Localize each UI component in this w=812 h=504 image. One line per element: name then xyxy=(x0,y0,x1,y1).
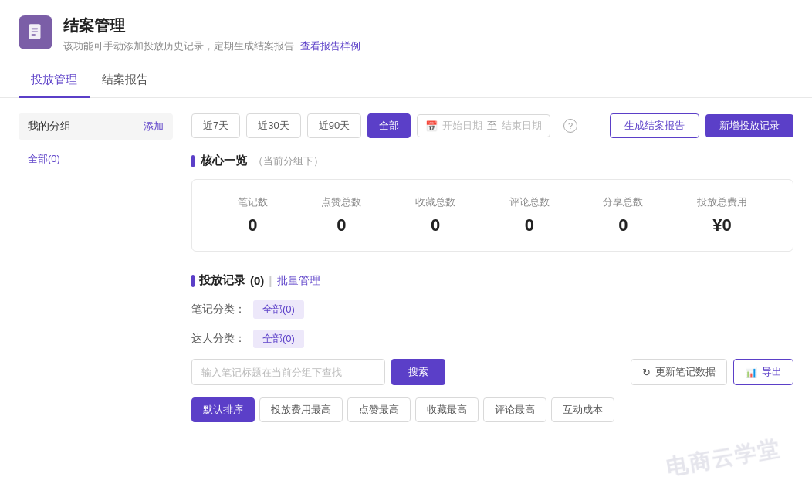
filter-7days[interactable]: 近7天 xyxy=(191,113,240,138)
view-sample-link[interactable]: 查看报告样例 xyxy=(300,40,360,52)
stat-comments: 评论总数 0 xyxy=(509,195,550,235)
sidebar-add-button[interactable]: 添加 xyxy=(144,120,164,134)
note-category-label: 笔记分类： xyxy=(191,303,245,316)
filter-divider xyxy=(557,116,557,136)
stat-shares-label: 分享总数 xyxy=(603,195,643,209)
stat-comments-value: 0 xyxy=(525,215,534,235)
stat-favorites: 收藏总数 0 xyxy=(415,195,455,235)
note-category-row: 笔记分类： 全部(0) xyxy=(191,300,793,319)
sort-comments-highest[interactable]: 评论最高 xyxy=(483,397,546,422)
search-button[interactable]: 搜索 xyxy=(391,359,445,385)
stat-comments-label: 评论总数 xyxy=(509,195,550,209)
page-icon xyxy=(19,15,52,49)
page-title: 结案管理 xyxy=(63,15,360,36)
filter-30days[interactable]: 近30天 xyxy=(246,113,300,138)
stat-likes-label: 点赞总数 xyxy=(321,195,361,209)
svg-rect-2 xyxy=(32,31,39,32)
sort-interaction-cost[interactable]: 互动成本 xyxy=(551,397,614,422)
generate-report-button[interactable]: 生成结案报告 xyxy=(610,113,699,138)
search-spacer xyxy=(452,359,625,385)
search-row: 搜索 ↻ 更新笔记数据 📊 导出 xyxy=(191,359,793,385)
new-record-button[interactable]: 新增投放记录 xyxy=(705,114,793,137)
note-category-tag-all[interactable]: 全部(0) xyxy=(253,300,304,319)
sort-cost-highest[interactable]: 投放费用最高 xyxy=(259,397,343,422)
stat-shares-value: 0 xyxy=(618,215,628,235)
end-date-placeholder: 结束日期 xyxy=(502,119,542,133)
sort-favorites-highest[interactable]: 收藏最高 xyxy=(415,397,479,422)
sidebar-group-label: 我的分组 xyxy=(28,120,71,134)
sidebar-item-all[interactable]: 全部(0) xyxy=(19,146,173,172)
main-content: 我的分组 添加 全部(0) 近7天 近30天 近90天 全部 📅 开始日期 至 … xyxy=(0,98,812,453)
stat-cost-value: ¥0 xyxy=(712,215,731,235)
stat-cost-label: 投放总费用 xyxy=(697,195,747,209)
sort-likes-highest[interactable]: 点赞最高 xyxy=(347,397,411,422)
filter-bar: 近7天 近30天 近90天 全部 📅 开始日期 至 结束日期 ? 生成结案报告 … xyxy=(191,113,793,138)
stats-card: 笔记数 0 点赞总数 0 收藏总数 0 评论总数 0 分享总数 0 投放总费用 … xyxy=(191,179,793,252)
stats-subtitle: （当前分组下） xyxy=(253,154,323,168)
tab-nav: 投放管理 结案报告 xyxy=(0,63,812,98)
sidebar: 我的分组 添加 全部(0) xyxy=(19,113,173,438)
svg-rect-3 xyxy=(32,34,36,36)
header-text: 结案管理 该功能可手动添加投放历史记录，定期生成结案报告 查看报告样例 xyxy=(63,15,360,53)
tab-put-management[interactable]: 投放管理 xyxy=(19,63,90,98)
export-button[interactable]: 📊 导出 xyxy=(733,359,793,385)
stat-cost: 投放总费用 ¥0 xyxy=(697,195,747,235)
filter-90days[interactable]: 近90天 xyxy=(307,113,361,138)
kol-category-label: 达人分类： xyxy=(191,332,245,346)
calendar-icon: 📅 xyxy=(425,120,438,132)
batch-manage-link[interactable]: 批量管理 xyxy=(277,274,320,288)
right-panel: 近7天 近30天 近90天 全部 📅 开始日期 至 结束日期 ? 生成结案报告 … xyxy=(191,113,793,438)
kol-category-tag-all[interactable]: 全部(0) xyxy=(253,330,304,348)
start-date-placeholder: 开始日期 xyxy=(442,119,482,133)
records-section: 投放记录 (0) | 批量管理 笔记分类： 全部(0) 达人分类： 全部(0) … xyxy=(191,273,793,422)
svg-rect-1 xyxy=(32,29,39,30)
records-title: 投放记录 (0) | 批量管理 xyxy=(191,273,793,288)
sort-default[interactable]: 默认排序 xyxy=(191,397,255,422)
export-icon: 📊 xyxy=(745,367,757,378)
stat-notes-value: 0 xyxy=(248,215,257,235)
page-header: 结案管理 该功能可手动添加投放历史记录，定期生成结案报告 查看报告样例 xyxy=(0,0,812,63)
page-desc: 该功能可手动添加投放历史记录，定期生成结案报告 查看报告样例 xyxy=(63,39,360,53)
kol-category-row: 达人分类： 全部(0) xyxy=(191,330,793,348)
records-title-bar-accent xyxy=(191,275,195,287)
filter-all[interactable]: 全部 xyxy=(367,113,411,138)
stat-favorites-label: 收藏总数 xyxy=(415,195,455,209)
stat-shares: 分享总数 0 xyxy=(603,195,643,235)
search-input[interactable] xyxy=(191,359,385,385)
title-bar-accent xyxy=(191,155,195,167)
refresh-button[interactable]: ↻ 更新笔记数据 xyxy=(631,359,727,385)
stat-likes-value: 0 xyxy=(337,215,346,235)
stats-section-title: 核心一览 （当前分组下） xyxy=(191,154,793,168)
sort-bar: 默认排序 投放费用最高 点赞最高 收藏最高 评论最高 互动成本 xyxy=(191,397,793,422)
stat-notes: 笔记数 0 xyxy=(238,195,268,235)
document-icon xyxy=(25,22,46,42)
help-icon[interactable]: ? xyxy=(563,119,577,133)
sidebar-group-header: 我的分组 添加 xyxy=(19,113,173,140)
stat-notes-label: 笔记数 xyxy=(238,195,268,209)
stat-favorites-value: 0 xyxy=(431,215,440,235)
tab-case-report[interactable]: 结案报告 xyxy=(90,63,161,98)
stat-likes: 点赞总数 0 xyxy=(321,195,361,235)
refresh-icon: ↻ xyxy=(642,367,651,378)
date-range-picker[interactable]: 📅 开始日期 至 结束日期 xyxy=(417,114,550,137)
date-separator: 至 xyxy=(487,119,497,133)
